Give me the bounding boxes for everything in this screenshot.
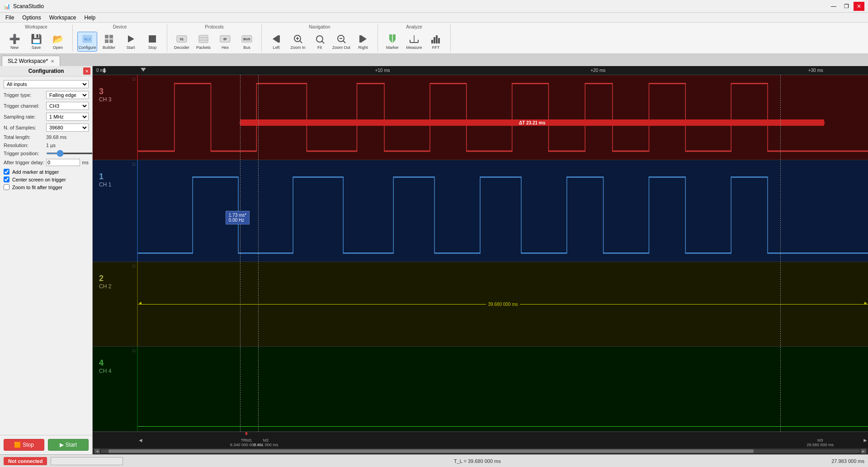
- center-screen-checkbox[interactable]: [4, 176, 9, 182]
- ch1-label[interactable]: □ 1 CH 1: [93, 160, 138, 262]
- marker-button[interactable]: Marker: [382, 32, 402, 52]
- scroll-left-btn[interactable]: ◄: [94, 449, 100, 453]
- new-button[interactable]: ➕ New: [5, 32, 24, 52]
- menu-workspace[interactable]: Workspace: [46, 14, 80, 22]
- h-scrollbar-thumb[interactable]: [108, 449, 754, 453]
- menu-file[interactable]: File: [2, 14, 18, 22]
- config-close-button[interactable]: ✕: [83, 67, 90, 75]
- analyze-group: Analyze Marker: [378, 24, 451, 52]
- ch2-label[interactable]: □ 2 CH 2: [93, 262, 138, 347]
- ch4-label[interactable]: □ 4 CH 4: [93, 347, 138, 431]
- right-icon: [358, 33, 368, 44]
- trigger-channel-select[interactable]: CH3 CH1 CH2 CH4: [46, 102, 89, 110]
- fft-button[interactable]: FFT: [426, 32, 446, 52]
- total-length-row: Total length: 39.68 ms: [4, 134, 89, 140]
- left-label: Left: [273, 45, 279, 50]
- ruler-right-arrow[interactable]: ►: [863, 437, 868, 443]
- marker-m3-label: M3 29.560 000 ms: [807, 438, 834, 447]
- after-trigger-input[interactable]: [46, 159, 80, 166]
- tab-close-icon[interactable]: ✕: [51, 59, 54, 64]
- sampling-rate-select[interactable]: 1 MHz 2 MHz: [46, 113, 89, 121]
- configure-button[interactable]: SL2 Configure: [77, 32, 97, 52]
- ch2-canvas: ◄ 39.680 000 ms ►: [138, 262, 868, 347]
- open-button[interactable]: 📂 Open: [48, 32, 68, 52]
- hex-button[interactable]: 0F Hex: [215, 32, 235, 52]
- checkbox-zoom-fit: Zoom to fit after trigger: [4, 184, 89, 190]
- device-stop-label: Stop: [148, 45, 157, 50]
- ch2-mini-btn[interactable]: □: [133, 264, 135, 268]
- ch2-measure-line: ◄ 39.680 000 ms ►: [138, 304, 868, 305]
- left-button[interactable]: Left: [266, 32, 286, 52]
- svg-line-24: [322, 41, 324, 43]
- zoom-out-button[interactable]: Zoom Out: [331, 32, 351, 52]
- save-button[interactable]: 💾 Save: [26, 32, 46, 52]
- menu-help[interactable]: Help: [81, 14, 99, 22]
- ruler-left-arrow[interactable]: ◄: [138, 437, 143, 443]
- start-icon: ▶: [60, 442, 64, 448]
- packets-label: Packets: [196, 45, 211, 50]
- bus-label: Bus: [243, 45, 250, 50]
- packets-button[interactable]: Packets: [193, 32, 213, 52]
- download-icon[interactable]: ⬇: [102, 67, 107, 74]
- zoom-fit-checkbox[interactable]: [4, 184, 9, 190]
- n-samples-select[interactable]: 39680: [46, 124, 89, 132]
- config-header: Configuration ✕: [0, 66, 92, 76]
- decoder-button[interactable]: 01 Decoder: [172, 32, 192, 52]
- time-ruler: 0 ms ⬇ +10 ms +20 ms +30 ms: [93, 66, 868, 75]
- ch1-mini-btn[interactable]: □: [133, 162, 135, 167]
- scroll-right-btn[interactable]: ►: [861, 449, 866, 453]
- svg-text:01: 01: [180, 37, 184, 41]
- tab-sl2[interactable]: SL2 Workspace* ✕: [2, 56, 60, 66]
- h-scrollbar-track[interactable]: [101, 449, 860, 453]
- device-stop-button[interactable]: Stop: [142, 32, 162, 52]
- h-scrollbar[interactable]: ◄ ►: [93, 448, 868, 454]
- ch4-mini-btn[interactable]: □: [133, 348, 135, 353]
- right-button[interactable]: Right: [353, 32, 373, 52]
- ch3-number: 3: [99, 87, 104, 96]
- cursor-tooltip: 1.73 ms* 0.00 Hz: [226, 211, 250, 224]
- maximize-button[interactable]: ❐: [841, 2, 852, 11]
- status-right: 27.983 000 ms: [831, 458, 864, 464]
- ch3-name-text: CH 3: [99, 96, 111, 103]
- status-tl: T_L = 39.680 000 ms: [454, 458, 501, 464]
- trigger-type-select[interactable]: Falling edge Rising edge: [46, 91, 89, 99]
- new-label: New: [10, 45, 19, 50]
- menu-options[interactable]: Options: [19, 14, 44, 22]
- trigger-pos-slider[interactable]: [46, 152, 92, 154]
- zoom-in-button[interactable]: Zoom In: [288, 32, 308, 52]
- trigger-channel-label: Trigger channel:: [4, 103, 44, 109]
- after-trigger-label: After trigger delay:: [4, 160, 44, 165]
- status-input-field[interactable]: [51, 457, 123, 465]
- ch3-waveform: [138, 75, 868, 160]
- builder-button[interactable]: Builder: [99, 32, 119, 52]
- svg-rect-3: [109, 35, 113, 38]
- device-group: Device SL2 Configure: [73, 24, 167, 52]
- svg-rect-7: [149, 35, 156, 43]
- add-marker-checkbox[interactable]: [4, 169, 9, 175]
- hex-icon: 0F: [220, 33, 231, 44]
- ch3-label[interactable]: □ 3 CH 3: [93, 75, 138, 160]
- close-button[interactable]: ✕: [854, 2, 864, 11]
- bottom-ruler: ◄ ► TRM1 6.340 000 008 ms M2 8.401 000 m…: [93, 432, 868, 448]
- minimize-button[interactable]: —: [828, 2, 839, 11]
- ch2-name-text: CH 2: [99, 283, 111, 290]
- input-select-row: All inputs: [4, 80, 89, 88]
- input-select[interactable]: All inputs: [4, 80, 89, 88]
- measure-button[interactable]: Measure: [404, 32, 424, 52]
- ch1-canvas: 1.73 ms* 0.00 Hz: [138, 160, 868, 262]
- resolution-label: Resolution:: [4, 143, 44, 148]
- marker-m2-line2: 8.401 000 ms: [254, 443, 278, 447]
- status-bar: Not connected T_L = 39.680 000 ms 27.983…: [0, 454, 868, 467]
- ch3-mini-btn[interactable]: □: [133, 77, 135, 81]
- svg-text:BUS: BUS: [243, 37, 250, 41]
- left-icon: [271, 33, 282, 44]
- time-mark-30: +30 ms: [808, 68, 823, 73]
- ch1-num-text: 1: [99, 172, 104, 181]
- fit-button[interactable]: Fit: [310, 32, 330, 52]
- protocols-label: Protocols: [172, 24, 257, 29]
- marker-m3-line2: 29.560 000 ms: [807, 443, 834, 447]
- device-start-button[interactable]: Start: [121, 32, 141, 52]
- stop-button[interactable]: 🟧 Stop: [4, 439, 44, 451]
- start-button[interactable]: ▶ Start: [48, 439, 89, 451]
- bus-button[interactable]: BUS Bus: [237, 32, 257, 52]
